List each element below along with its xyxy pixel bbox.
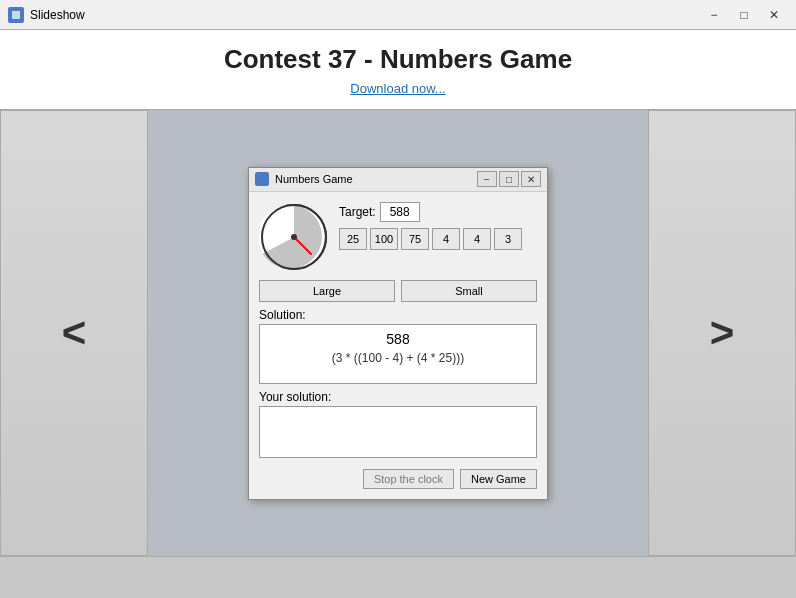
clock-target-row: Target: 25 100 75 4 4 3 xyxy=(259,202,537,272)
svg-rect-0 xyxy=(12,11,20,19)
clock-svg xyxy=(259,202,329,272)
new-game-button[interactable]: New Game xyxy=(460,469,537,489)
titlebar-title: Slideshow xyxy=(30,8,85,22)
page-title: Contest 37 - Numbers Game xyxy=(0,44,796,75)
svg-point-3 xyxy=(291,234,297,240)
target-input[interactable] xyxy=(380,202,420,222)
prev-panel[interactable]: < xyxy=(0,110,148,556)
stop-clock-button[interactable]: Stop the clock xyxy=(363,469,454,489)
dialog-minimize-button[interactable]: − xyxy=(477,171,497,187)
main-area: < Numbers Game − □ ✕ xyxy=(0,110,796,556)
number-btn-4[interactable]: 4 xyxy=(463,228,491,250)
header: Contest 37 - Numbers Game Download now..… xyxy=(0,30,796,110)
numbers-game-dialog: Numbers Game − □ ✕ xyxy=(248,167,548,500)
dialog-maximize-button[interactable]: □ xyxy=(499,171,519,187)
target-row: Target: xyxy=(339,202,522,222)
solution-number: 588 xyxy=(266,331,530,347)
titlebar-controls: − □ ✕ xyxy=(700,5,788,25)
prev-arrow: < xyxy=(62,312,87,354)
dialog-close-button[interactable]: ✕ xyxy=(521,171,541,187)
small-button[interactable]: Small xyxy=(401,280,537,302)
solution-formula: (3 * ((100 - 4) + (4 * 25))) xyxy=(266,351,530,365)
solution-box: 588 (3 * ((100 - 4) + (4 * 25))) xyxy=(259,324,537,384)
number-btn-1[interactable]: 100 xyxy=(370,228,398,250)
bottom-buttons: Stop the clock New Game xyxy=(259,469,537,489)
dialog-icon xyxy=(255,172,269,186)
next-panel[interactable]: > xyxy=(648,110,796,556)
your-solution-input[interactable] xyxy=(259,406,537,458)
target-area: Target: 25 100 75 4 4 3 xyxy=(339,202,522,250)
large-button[interactable]: Large xyxy=(259,280,395,302)
number-btn-5[interactable]: 3 xyxy=(494,228,522,250)
next-arrow: > xyxy=(710,312,735,354)
app-icon xyxy=(8,7,24,23)
solution-label: Solution: xyxy=(259,308,537,322)
dialog-title: Numbers Game xyxy=(275,173,477,185)
dialog-content: Target: 25 100 75 4 4 3 xyxy=(249,192,547,499)
number-btn-3[interactable]: 4 xyxy=(432,228,460,250)
center-area: Numbers Game − □ ✕ xyxy=(148,110,648,556)
number-btn-2[interactable]: 75 xyxy=(401,228,429,250)
clock-container xyxy=(259,202,329,272)
number-btn-0[interactable]: 25 xyxy=(339,228,367,250)
close-button[interactable]: ✕ xyxy=(760,5,788,25)
download-link[interactable]: Download now... xyxy=(350,81,445,96)
dialog-titlebar: Numbers Game − □ ✕ xyxy=(249,168,547,192)
maximize-button[interactable]: □ xyxy=(730,5,758,25)
titlebar: Slideshow − □ ✕ xyxy=(0,0,796,30)
number-buttons: 25 100 75 4 4 3 xyxy=(339,228,522,250)
minimize-button[interactable]: − xyxy=(700,5,728,25)
large-small-row: Large Small xyxy=(259,280,537,302)
your-solution-label: Your solution: xyxy=(259,390,537,404)
dialog-controls: − □ ✕ xyxy=(477,171,541,187)
target-label: Target: xyxy=(339,205,376,219)
statusbar xyxy=(0,556,796,598)
